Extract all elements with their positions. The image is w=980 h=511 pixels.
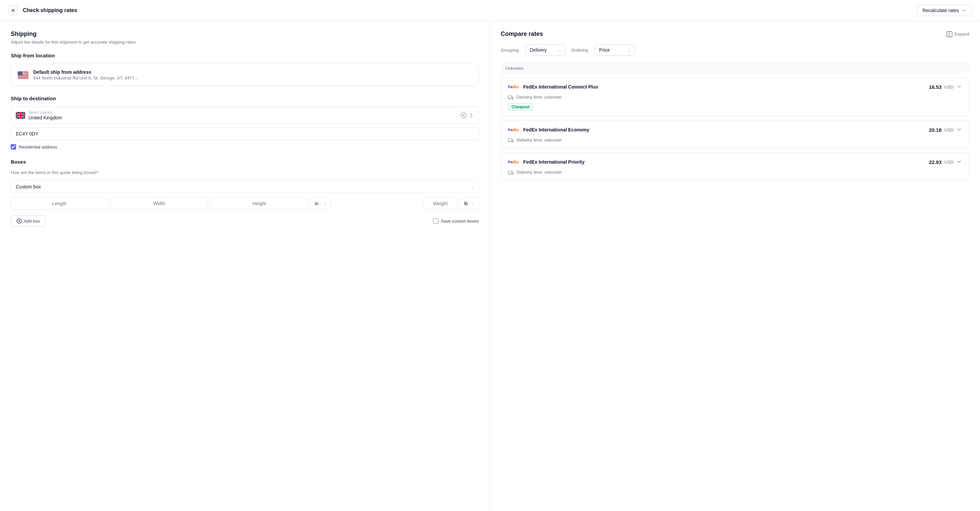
rate-carrier: Fe dEx FedEx International Priority [508,158,585,166]
grouping-label: Grouping [501,48,519,52]
weight-input[interactable] [423,197,457,210]
delivery-time: Delivery time: unknown [517,138,562,143]
rate-price: 20.18 USD [929,126,962,133]
svg-rect-15 [947,32,952,37]
fedex-logo-icon: Fe dEx [508,83,520,90]
add-box-button[interactable]: Add box [11,215,46,227]
save-custom-label: Save custom boxes [441,219,479,224]
price-amount: 22.93 [929,159,942,165]
residential-checkbox-row: Residential address [11,144,479,149]
ship-from-address: 444 North Industrial Rd Unit A, St. Geor… [33,75,138,81]
width-input[interactable] [111,197,208,210]
weight-unit-wrapper: lb kg ⌄ [460,197,479,210]
rate-carrier: Fe dEx FedEx International Economy [508,126,589,133]
svg-text:dEx: dEx [512,160,519,164]
delivery-row: Delivery time: unknown [508,137,962,143]
rate-card-header: Fe dEx FedEx International Connect Plus … [508,83,962,90]
compare-header: Compare rates Expand [501,30,969,38]
recalculate-button[interactable]: Recalculate rates → [917,5,972,16]
svg-rect-16 [949,32,950,37]
residential-checkbox[interactable] [11,144,16,149]
rate-card-header: Fe dEx FedEx International Priority 22.9… [508,158,962,166]
fedex-logo-icon: Fe dEx [508,126,520,133]
ship-from-name: Default ship from address [33,70,138,75]
svg-text:Fe: Fe [508,160,512,164]
dimension-unit-wrapper: in cm ⌄ [310,197,331,210]
delivery-truck-icon [508,137,514,143]
boxes-title: Boxes [11,159,479,165]
recalculate-arrow-icon: → [961,8,966,13]
box-type-select[interactable]: Custom box Predefined box [11,180,479,193]
rate-card[interactable]: Fe dEx FedEx International Connect Plus … [501,78,969,116]
clear-icon [460,112,466,118]
price-currency: USD [944,160,953,165]
rate-expand-button[interactable] [956,159,962,166]
rate-card[interactable]: Fe dEx FedEx International Priority 22.9… [501,152,969,181]
svg-text:dEx: dEx [512,128,519,132]
country-chevron-button[interactable] [469,113,474,118]
svg-rect-5 [18,76,29,77]
shipping-title: Shipping [11,30,479,38]
us-flag-icon: ★ ★ ★ ★ ★ ★ ★ ★ ★ ★ ★ ★ ★ ★ ★ ★ ★ ★ ★ ★ … [18,71,29,79]
grouping-select[interactable]: Delivery Carrier Service [525,44,565,56]
chevron-down-icon [956,84,962,89]
svg-rect-26 [508,139,512,141]
boxes-footer: Add box Save custom boxes [11,215,479,227]
expand-icon [947,31,953,37]
svg-text:Fe: Fe [508,85,512,89]
rate-expand-button[interactable] [956,84,962,90]
ship-from-card: ★ ★ ★ ★ ★ ★ ★ ★ ★ ★ ★ ★ ★ ★ ★ ★ ★ ★ ★ ★ … [11,64,479,86]
svg-text:★ ★ ★ ★ ★: ★ ★ ★ ★ ★ [19,74,24,75]
expand-button[interactable]: Expand [947,31,969,37]
price-amount: 20.18 [929,127,942,133]
recalculate-label: Recalculate rates [923,8,959,13]
delivery-time: Delivery time: unknown [517,95,562,100]
fedex-carrier-icon: Fe dEx [508,158,520,166]
delivery-time: Delivery time: unknown [517,170,562,175]
boxes-section: Boxes How are the items in this quote be… [11,159,479,227]
svg-rect-32 [508,171,512,174]
box-type-select-wrapper: Custom box Predefined box ⌄ [11,180,479,193]
uk-flag-icon [16,112,25,119]
height-input[interactable] [211,197,308,210]
rate-cards-container: Fe dEx FedEx International Connect Plus … [501,78,969,181]
ship-from-title: Ship from location [11,52,479,58]
rate-price: 16.53 USD [929,84,962,90]
price-amount: 16.53 [929,84,942,90]
save-custom-checkbox[interactable] [433,218,438,224]
save-custom-box-row: Save custom boxes [433,218,479,224]
country-select[interactable]: Select country United Kingdom [11,106,479,124]
ordering-select-wrapper: Price Speed Carrier ⌄ [595,44,635,56]
length-input[interactable] [11,197,108,210]
ordering-label: Ordering [571,48,588,52]
ordering-select[interactable]: Price Speed Carrier [595,44,635,56]
delivery-row: Delivery time: unknown [508,94,962,100]
cheapest-badge: Cheapest [508,103,533,111]
page-title: Check shipping rates [23,7,77,13]
rate-carrier: Fe dEx FedEx International Connect Plus [508,83,598,90]
fedex-carrier-icon: Fe dEx [508,83,520,90]
ship-from-address-info: Default ship from address 444 North Indu… [33,70,138,81]
price-currency: USD [944,84,953,89]
compare-title: Compare rates [501,30,543,38]
delivery-truck-icon [508,169,514,175]
postcode-input[interactable] [11,127,479,140]
rate-price: 22.93 USD [929,159,962,166]
shipping-desc: Adjust the details for this shipment to … [11,40,479,44]
rate-expand-button[interactable] [956,126,962,133]
clear-country-button[interactable] [460,112,466,118]
dimension-unit-select[interactable]: in cm [310,197,331,210]
country-label: Select country [29,110,62,114]
filter-row: Grouping Delivery Carrier Service ⌄ Orde… [501,44,969,56]
ship-to-title: Ship to destination [11,95,479,101]
destination-section: Ship to destination Select country Unite… [11,95,479,149]
close-button[interactable]: ✕ [8,6,18,15]
svg-rect-20 [508,96,512,98]
grouping-select-wrapper: Delivery Carrier Service ⌄ [525,44,565,56]
chevron-updown-icon [469,113,474,118]
header-left: ✕ Check shipping rates [8,6,77,15]
main-content: Shipping Adjust the details for this shi… [0,21,980,511]
rate-card[interactable]: Fe dEx FedEx International Economy 20.18… [501,121,969,149]
carrier-name: FedEx International Connect Plus [523,84,598,89]
weight-unit-select[interactable]: lb kg [460,197,479,210]
